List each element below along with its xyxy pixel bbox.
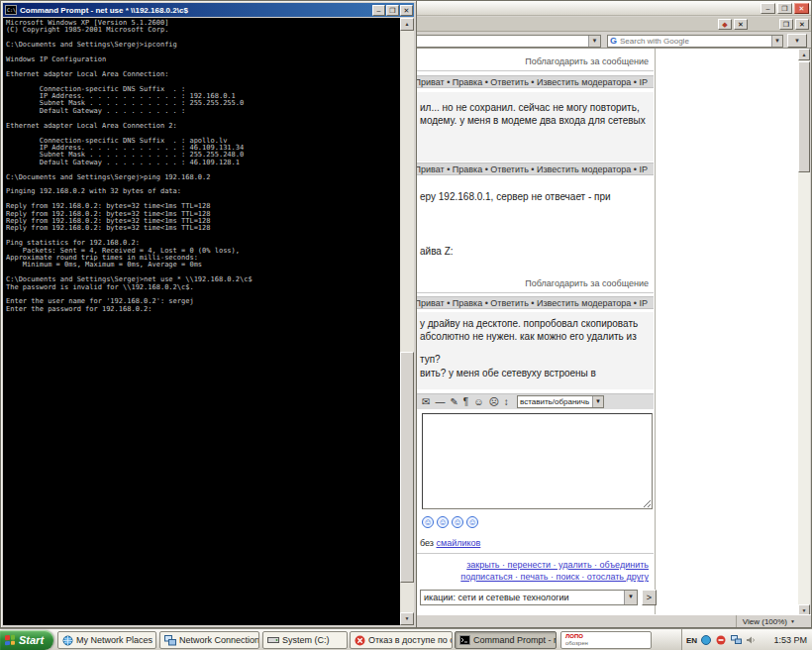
tray-antivirus-icon[interactable] xyxy=(715,635,727,646)
smiley-button[interactable]: ☺ xyxy=(452,516,463,528)
cmd-minimize-button[interactable]: – xyxy=(372,5,385,16)
dash-icon[interactable]: — xyxy=(435,395,445,408)
forum-jump-select[interactable]: икации: сети и сетевые технологии ▼ xyxy=(420,590,638,605)
start-label: Start xyxy=(19,634,44,646)
scrollbar-thumb[interactable] xyxy=(798,61,810,172)
tray-network-icon[interactable] xyxy=(730,635,742,646)
forum-jump-value: икации: сети и сетевые технологии xyxy=(424,593,569,602)
tray-messenger-icon[interactable] xyxy=(700,635,712,646)
taskbar-button-network-error-dialog[interactable]: Отказ в доступе по сет... xyxy=(350,631,453,649)
zoom-control[interactable]: View (100%) ▼ xyxy=(736,615,795,627)
desktop: – ❐ ✕ ◆ ✕ ❐ ✕ ▼ G ▼ ▼ xyxy=(0,0,812,650)
email-icon[interactable]: ✉ xyxy=(422,395,430,408)
no-smilies-link[interactable]: смайликов xyxy=(437,538,481,548)
language-indicator[interactable]: EN xyxy=(686,636,697,645)
moderator-links-row1[interactable]: закрыть · перенести · удалить · объедини… xyxy=(466,560,649,570)
post-text: ил... но не сохранил. сейчас не могу пов… xyxy=(420,102,640,113)
taskbar-button-label: Network Connections xyxy=(179,635,259,645)
thank-post-link[interactable]: Поблагодарить за сообщение xyxy=(525,278,649,288)
scroll-up-icon[interactable]: ▲ xyxy=(400,18,414,31)
scroll-up-icon[interactable]: ▲ xyxy=(798,49,810,60)
chevron-down-icon[interactable]: ▼ xyxy=(592,396,603,407)
reply-textarea[interactable] xyxy=(422,413,653,509)
system-tray: EN 1:53 PM xyxy=(681,629,812,650)
post-text: еру 192.168.0.1, сервер не отвечает - пр… xyxy=(420,191,611,202)
search-input[interactable] xyxy=(618,36,771,47)
resize-icon[interactable]: ↕ xyxy=(504,395,509,408)
network-connections-icon xyxy=(164,635,176,646)
browser-close-button[interactable]: ✕ xyxy=(794,3,809,14)
taskbar-clock[interactable]: 1:53 PM xyxy=(773,635,807,645)
tab-close-icon[interactable]: ✕ xyxy=(734,19,748,30)
search-dropdown-icon[interactable]: ▼ xyxy=(771,36,782,47)
post-text: модему. у меня в модеме два входа для се… xyxy=(420,115,646,126)
forum-jump-go-button[interactable]: > xyxy=(642,590,657,605)
insert-format-value: вставить/обраничь xyxy=(520,397,589,406)
terminal[interactable]: Microsoft Windows XP [Version 5.1.2600] … xyxy=(3,18,400,625)
command-prompt-icon xyxy=(459,635,470,645)
taskbar-deskband-logo[interactable]: ЛОПО обозрен xyxy=(560,631,652,649)
page-close-button[interactable]: ✕ xyxy=(795,19,809,30)
insert-format-select[interactable]: вставить/обраничь ▼ xyxy=(517,395,604,408)
taskbar: Start My Network Places Network Connecti… xyxy=(0,628,812,650)
search-box: G ▼ xyxy=(607,35,783,48)
no-smilies-option: без смайликов xyxy=(420,538,480,548)
error-icon xyxy=(355,635,365,646)
network-places-icon xyxy=(62,635,73,646)
terminal-scrollbar[interactable]: ▲ ▼ xyxy=(400,18,414,625)
chevron-down-icon[interactable]: ▼ xyxy=(790,618,795,624)
taskbar-button-label: System (C:) xyxy=(282,635,330,645)
post-text: у драйву на десктопе. попробовал скопиро… xyxy=(420,318,638,329)
browser-maximize-button[interactable]: ❐ xyxy=(777,3,792,14)
drive-icon xyxy=(267,635,279,645)
google-icon: G xyxy=(608,36,618,47)
deskband-line2: обозрен xyxy=(565,640,647,647)
smiley-button[interactable]: ☺ xyxy=(422,516,434,528)
smiley-icon[interactable]: ☺ xyxy=(473,395,483,408)
start-button[interactable]: Start xyxy=(0,630,53,650)
tab-tile-icon[interactable]: ◆ xyxy=(718,19,732,30)
command-prompt-title: Command Prompt - net use * \\192.168.0.2… xyxy=(17,6,372,15)
command-prompt-titlebar[interactable]: C:\ Command Prompt - net use * \\192.168… xyxy=(3,3,414,17)
scroll-down-icon[interactable]: ▼ xyxy=(400,612,414,625)
smiley-row: ☺ ☺ ☺ ☺ xyxy=(422,516,478,528)
command-prompt-window: C:\ Command Prompt - net use * \\192.168… xyxy=(0,0,417,628)
zoom-label: View (100%) xyxy=(743,617,787,626)
tray-volume-icon[interactable] xyxy=(745,635,757,646)
browser-scrollbar[interactable]: ▲ ▼ xyxy=(798,49,810,616)
smiley-button[interactable]: ☺ xyxy=(437,516,449,528)
post-text: туп? xyxy=(420,354,441,365)
toolbar-dropdown-button[interactable]: ▼ xyxy=(787,34,807,48)
post-text: вить? у меня обе сетевуху встроены в xyxy=(420,368,596,379)
deskband-line1: ЛОПО xyxy=(565,633,647,640)
terminal-output: Microsoft Windows XP [Version 5.1.2600] … xyxy=(3,18,400,313)
command-prompt-icon: C:\ xyxy=(5,5,17,15)
taskbar-button-label: Command Prompt - n... xyxy=(473,635,557,645)
taskbar-button-system-c[interactable]: System (C:) xyxy=(262,631,348,649)
post-text: абсолютно не нужен. как можно его удалит… xyxy=(420,331,637,342)
moderator-links-row2[interactable]: подписаться · печать · поиск · отослать … xyxy=(460,572,649,582)
page-restore-button[interactable]: ❐ xyxy=(779,19,793,30)
frowny-icon[interactable]: ☹ xyxy=(488,395,498,408)
thank-post-link[interactable]: Поблагодарить за сообщение xyxy=(525,56,649,66)
scrollbar-thumb[interactable] xyxy=(400,352,414,583)
no-smilies-label: без xyxy=(420,538,437,548)
post-text: айва Z: xyxy=(420,246,454,257)
cmd-maximize-button[interactable]: ❐ xyxy=(386,5,399,16)
browser-minimize-button[interactable]: – xyxy=(761,3,775,14)
address-dropdown-icon[interactable]: ▼ xyxy=(588,36,600,47)
taskbar-button-label: Отказ в доступе по сет... xyxy=(368,635,453,645)
taskbar-button-label: My Network Places xyxy=(76,635,152,645)
windows-flag-icon xyxy=(5,635,15,646)
smiley-button[interactable]: ☺ xyxy=(466,516,478,528)
taskbar-button-my-network-places[interactable]: My Network Places xyxy=(57,631,156,649)
chevron-down-icon[interactable]: ▼ xyxy=(624,591,637,604)
cmd-close-button[interactable]: ✕ xyxy=(400,5,413,16)
taskbar-button-command-prompt[interactable]: Command Prompt - n... xyxy=(455,631,557,649)
paragraph-icon[interactable]: ¶ xyxy=(463,395,468,408)
taskbar-button-network-connections[interactable]: Network Connections xyxy=(159,631,259,649)
edit-icon[interactable]: ✎ xyxy=(450,395,457,408)
